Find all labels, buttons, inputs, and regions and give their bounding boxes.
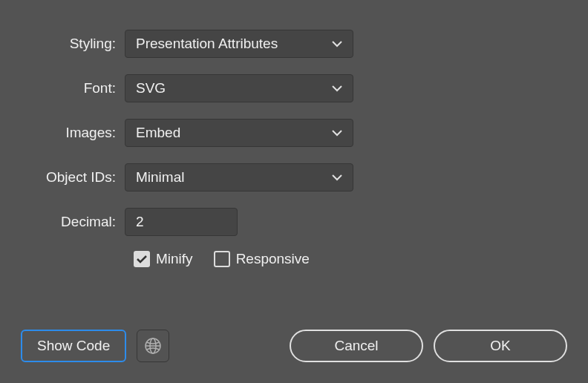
- font-label: Font:: [21, 80, 125, 96]
- minify-checkbox-group[interactable]: Minify: [134, 251, 193, 267]
- decimal-label: Decimal:: [21, 214, 125, 230]
- web-preview-button[interactable]: [137, 330, 169, 362]
- minify-checkbox: [134, 251, 150, 267]
- show-code-button[interactable]: Show Code: [21, 330, 126, 362]
- styling-value: Presentation Attributes: [136, 36, 278, 52]
- button-row: Show Code Cancel OK: [21, 330, 567, 362]
- styling-dropdown[interactable]: Presentation Attributes: [125, 30, 353, 58]
- responsive-label: Responsive: [236, 251, 310, 267]
- checkbox-row: Minify Responsive: [134, 251, 567, 267]
- object-ids-dropdown[interactable]: Minimal: [125, 163, 353, 192]
- font-row: Font: SVG: [21, 74, 567, 102]
- images-label: Images:: [21, 125, 125, 141]
- object-ids-value: Minimal: [136, 169, 184, 186]
- images-dropdown[interactable]: Embed: [125, 119, 353, 147]
- styling-label: Styling:: [21, 36, 125, 52]
- right-buttons: Cancel OK: [290, 330, 567, 362]
- cancel-label: Cancel: [334, 338, 378, 354]
- minify-label: Minify: [156, 251, 193, 267]
- images-row: Images: Embed: [21, 119, 567, 147]
- ok-button[interactable]: OK: [434, 330, 567, 362]
- decimal-row: Decimal: 2: [21, 208, 567, 236]
- object-ids-label: Object IDs:: [21, 169, 125, 186]
- object-ids-row: Object IDs: Minimal: [21, 163, 567, 192]
- decimal-input[interactable]: 2: [125, 208, 238, 236]
- font-value: SVG: [136, 80, 166, 96]
- chevron-down-icon: [332, 41, 342, 48]
- styling-row: Styling: Presentation Attributes: [21, 30, 567, 58]
- images-value: Embed: [136, 125, 180, 141]
- chevron-down-icon: [332, 85, 342, 92]
- globe-icon: [144, 337, 162, 355]
- ok-label: OK: [490, 338, 510, 354]
- chevron-down-icon: [332, 130, 342, 137]
- cancel-button[interactable]: Cancel: [290, 330, 423, 362]
- left-buttons: Show Code: [21, 330, 169, 362]
- show-code-label: Show Code: [37, 338, 110, 354]
- chevron-down-icon: [332, 174, 342, 181]
- responsive-checkbox: [214, 251, 230, 267]
- checkmark-icon: [137, 255, 147, 263]
- decimal-value: 2: [136, 214, 144, 230]
- font-dropdown[interactable]: SVG: [125, 74, 353, 102]
- responsive-checkbox-group[interactable]: Responsive: [214, 251, 310, 267]
